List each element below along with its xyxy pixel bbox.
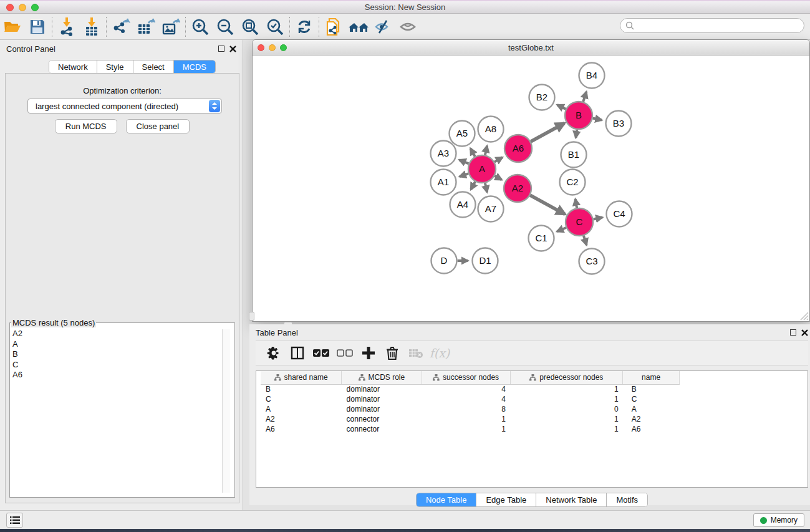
close-panel-button[interactable]: Close panel xyxy=(126,119,190,133)
edge-A-A2[interactable] xyxy=(494,176,501,180)
hide-selected-icon[interactable] xyxy=(346,16,371,38)
node-table[interactable]: shared nameMCDS rolesuccessor nodesprede… xyxy=(256,370,808,488)
zoom-selected-icon[interactable] xyxy=(263,16,287,38)
node-B1[interactable]: B1 xyxy=(561,142,587,168)
edge-A-A6[interactable] xyxy=(494,157,503,162)
tab-style[interactable]: Style xyxy=(97,60,133,73)
deselect-all-checkboxes-icon[interactable] xyxy=(334,342,355,364)
result-item[interactable]: A xyxy=(12,339,234,350)
node-C[interactable]: C xyxy=(566,208,593,236)
result-item[interactable]: A2 xyxy=(12,329,234,339)
table-row[interactable]: Adominator80A xyxy=(261,404,680,414)
node-B4[interactable]: B4 xyxy=(579,63,605,89)
edge-C-C3[interactable] xyxy=(584,236,587,245)
edge-B-B3[interactable] xyxy=(593,118,602,120)
table-row[interactable]: A2connector11A2 xyxy=(261,414,680,424)
tab-network[interactable]: Network xyxy=(49,60,97,73)
open-session-icon[interactable] xyxy=(0,16,25,38)
column-header-shared-name[interactable]: shared name xyxy=(261,371,342,384)
memory-button[interactable]: Memory xyxy=(753,513,804,527)
network-canvas[interactable]: A5A8A3AA1A4A7A6A2B2B4BB3B1C2C4CC1C3DD1 xyxy=(253,56,809,321)
table-tab-edge-table[interactable]: Edge Table xyxy=(476,493,536,506)
table-tab-motifs[interactable]: Motifs xyxy=(607,493,647,506)
toggle-visibility-icon[interactable] xyxy=(396,16,421,38)
node-A1[interactable]: A1 xyxy=(431,170,456,195)
new-network-from-selection-icon[interactable] xyxy=(321,16,346,38)
result-item[interactable]: C xyxy=(12,360,234,370)
show-columns-icon[interactable] xyxy=(287,342,308,364)
import-table-icon[interactable] xyxy=(79,16,104,38)
task-history-button[interactable] xyxy=(6,513,23,528)
close-table-panel-icon[interactable] xyxy=(801,329,808,336)
import-network-icon[interactable] xyxy=(54,16,79,38)
column-header-MCDS-role[interactable]: MCDS role xyxy=(342,371,422,384)
export-network-icon[interactable] xyxy=(108,16,133,38)
select-all-checkboxes-icon[interactable] xyxy=(311,342,332,364)
node-D[interactable]: D xyxy=(432,248,457,274)
node-B2[interactable]: B2 xyxy=(529,85,555,110)
node-C4[interactable]: C4 xyxy=(607,201,632,227)
node-A3[interactable]: A3 xyxy=(431,141,456,167)
edge-C-C2[interactable] xyxy=(576,199,577,208)
table-row[interactable]: A6connector11A6 xyxy=(261,424,680,434)
node-B3[interactable]: B3 xyxy=(606,111,632,137)
result-item[interactable]: B xyxy=(12,349,234,360)
node-A6[interactable]: A6 xyxy=(504,135,532,162)
zoom-fit-icon[interactable] xyxy=(238,16,263,38)
node-B[interactable]: B xyxy=(565,102,592,129)
edge-A-A3[interactable] xyxy=(460,160,469,163)
float-panel-icon[interactable] xyxy=(218,46,224,52)
float-table-panel-icon[interactable] xyxy=(790,329,796,336)
node-C2[interactable]: C2 xyxy=(560,170,586,195)
zoom-out-icon[interactable] xyxy=(213,16,238,38)
network-window-titlebar[interactable]: testGlobe.txt xyxy=(253,40,809,56)
table-row[interactable]: Cdominator41C xyxy=(261,394,680,404)
column-header-predecessor-nodes[interactable]: predecessor nodes xyxy=(510,371,623,384)
edge-A-A4[interactable] xyxy=(471,181,475,190)
node-A5[interactable]: A5 xyxy=(450,121,475,147)
edge-A-A8[interactable] xyxy=(485,146,487,155)
node-D1[interactable]: D1 xyxy=(473,248,498,274)
node-A8[interactable]: A8 xyxy=(478,117,504,142)
vertical-splitter-grip[interactable] xyxy=(249,312,254,321)
search-input[interactable] xyxy=(634,19,804,32)
refresh-layout-icon[interactable] xyxy=(292,16,317,38)
edge-B-B4[interactable] xyxy=(583,92,586,102)
node-A4[interactable]: A4 xyxy=(450,192,476,218)
run-mcds-button[interactable]: Run MCDS xyxy=(55,119,117,133)
table-tab-node-table[interactable]: Node Table xyxy=(417,493,477,506)
tab-select[interactable]: Select xyxy=(133,60,174,73)
node-A7[interactable]: A7 xyxy=(478,196,504,222)
edge-B-B2[interactable] xyxy=(557,105,566,109)
resize-grip-icon[interactable] xyxy=(799,311,808,320)
column-header-name[interactable]: name xyxy=(623,371,680,384)
edge-C-C4[interactable] xyxy=(594,217,603,219)
tab-mcds[interactable]: MCDS xyxy=(174,60,215,73)
delete-column-icon[interactable] xyxy=(382,342,403,364)
edge-A-A5[interactable] xyxy=(470,148,475,157)
edge-A-A1[interactable] xyxy=(460,173,468,177)
edge-A6-B[interactable] xyxy=(531,123,564,142)
node-C3[interactable]: C3 xyxy=(579,249,605,274)
column-header-successor-nodes[interactable]: successor nodes xyxy=(422,371,510,384)
export-image-icon[interactable] xyxy=(158,16,183,38)
node-C1[interactable]: C1 xyxy=(529,226,554,251)
node-A2[interactable]: A2 xyxy=(504,175,531,202)
add-column-icon[interactable] xyxy=(358,342,379,364)
table-tab-network-table[interactable]: Network Table xyxy=(536,493,607,506)
table-options-icon[interactable] xyxy=(263,342,284,364)
zoom-in-icon[interactable] xyxy=(188,16,213,38)
edge-B-B1[interactable] xyxy=(576,130,577,138)
show-hidden-icon[interactable] xyxy=(371,16,396,38)
edge-A-A7[interactable] xyxy=(485,183,487,192)
edge-A2-C[interactable] xyxy=(530,195,565,215)
optimization-criterion-dropdown[interactable]: largest connected component (directed) xyxy=(27,99,222,114)
result-item[interactable]: A6 xyxy=(12,370,234,380)
export-table-icon[interactable] xyxy=(133,16,158,38)
close-panel-icon[interactable] xyxy=(229,46,236,52)
edge-C-C1[interactable] xyxy=(557,228,566,231)
save-session-icon[interactable] xyxy=(25,16,50,38)
result-scrollbar[interactable] xyxy=(222,329,230,493)
mcds-result-list[interactable]: A2ABCA6 xyxy=(10,327,234,493)
node-A[interactable]: A xyxy=(468,155,496,183)
